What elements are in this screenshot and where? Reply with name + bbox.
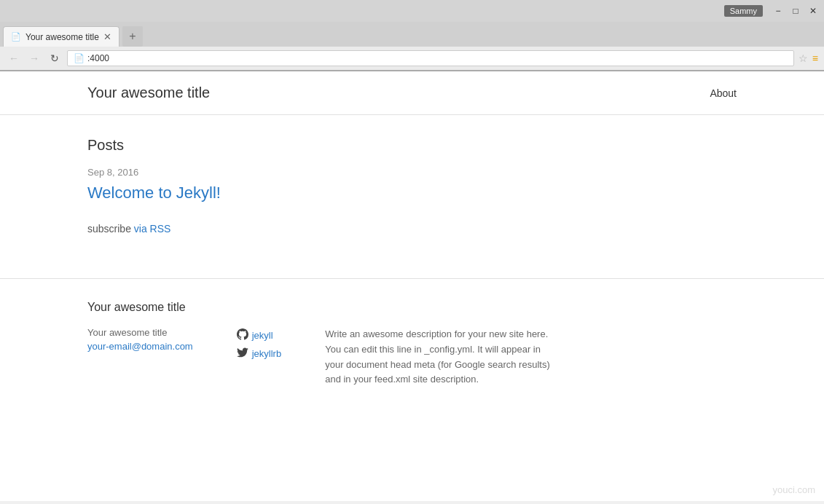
site-header: Your awesome title About (0, 71, 824, 115)
restore-button[interactable]: □ (788, 3, 804, 19)
main-content: Posts Sep 8, 2016 Welcome to Jekyll! sub… (0, 115, 824, 256)
web-content: Your awesome title About Posts Sep 8, 20… (0, 71, 824, 501)
twitter-icon (237, 347, 248, 358)
profile-badge: Sammy (724, 5, 763, 17)
footer-email-link[interactable]: your-email@domain.com (87, 341, 193, 352)
posts-heading: Posts (87, 137, 737, 154)
footer-columns: Your awesome title your-email@domain.com… (87, 327, 737, 387)
refresh-button[interactable]: ↻ (47, 50, 63, 66)
rss-link[interactable]: via RSS (134, 223, 171, 235)
url-bar[interactable]: 📄 :4000 (67, 50, 794, 66)
nav-about-link[interactable]: About (710, 87, 737, 99)
watermark: youci.com (772, 484, 815, 495)
twitter-link[interactable]: jekyllrb (252, 348, 281, 359)
footer-col-contact: Your awesome title your-email@domain.com (87, 327, 193, 387)
menu-icon[interactable]: ≡ (812, 52, 818, 64)
footer-col-desc: Write an awesome description for your ne… (325, 327, 558, 387)
github-link-row: jekyll (237, 327, 281, 341)
twitter-link-row: jekyllrb (237, 345, 281, 359)
tab-close-button[interactable]: ✕ (103, 31, 111, 42)
bookmark-icon[interactable]: ☆ (799, 52, 808, 64)
url-text: :4000 (87, 53, 109, 63)
tab-page-icon: 📄 (11, 32, 21, 42)
site-nav: About (710, 87, 737, 100)
site-title: Your awesome title (87, 84, 210, 101)
forward-button[interactable]: → (26, 50, 42, 66)
footer-title: Your awesome title (87, 301, 737, 314)
github-link[interactable]: jekyll (252, 330, 273, 341)
new-tab-button[interactable]: + (122, 26, 143, 47)
url-secure-icon: 📄 (74, 53, 85, 63)
post-date: Sep 8, 2016 (87, 167, 737, 178)
footer-description: Write an awesome description for your ne… (325, 327, 558, 387)
minimize-button[interactable]: − (770, 3, 786, 19)
post-title-link[interactable]: Welcome to Jekyll! (87, 184, 221, 202)
subscribe-prefix: subscribe (87, 223, 134, 235)
active-tab[interactable]: 📄 Your awesome title ✕ (3, 26, 119, 47)
footer-site-name: Your awesome title (87, 327, 193, 338)
github-icon (237, 328, 248, 340)
tab-title: Your awesome title (25, 32, 99, 42)
site-footer: Your awesome title Your awesome title yo… (0, 278, 824, 409)
subscribe-text: subscribe via RSS (87, 223, 737, 235)
social-links: jekyll jekyllrb (237, 327, 281, 359)
back-button[interactable]: ← (6, 50, 22, 66)
close-button[interactable]: ✕ (805, 3, 821, 19)
footer-col-social: jekyll jekyllrb (237, 327, 281, 387)
